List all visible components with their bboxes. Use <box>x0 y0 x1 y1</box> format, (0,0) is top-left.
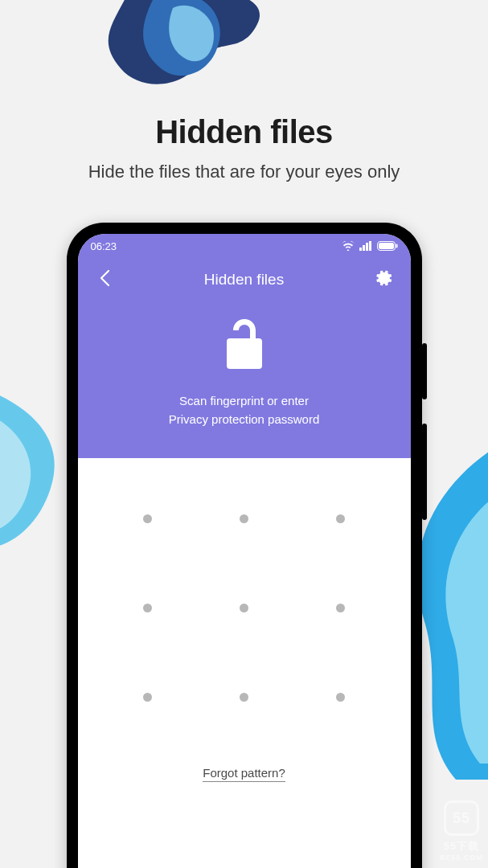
status-icons <box>342 241 398 251</box>
pattern-dot[interactable] <box>336 604 345 612</box>
instruction-line-2: Privacy protection password <box>169 412 320 426</box>
svg-rect-2 <box>366 243 368 251</box>
svg-rect-0 <box>359 248 362 251</box>
promo-subtitle: Hide the files that are for your eyes on… <box>0 162 488 182</box>
svg-rect-3 <box>369 241 371 251</box>
watermark-box: 55 <box>444 800 479 836</box>
pattern-dot[interactable] <box>240 604 248 612</box>
pattern-dot[interactable] <box>240 693 248 702</box>
signal-icon <box>359 241 372 251</box>
promo-title: Hidden files <box>0 114 488 150</box>
forgot-pattern-link[interactable]: Forgot pattern? <box>203 766 285 782</box>
screen-title: Hidden files <box>204 271 284 289</box>
back-button[interactable] <box>92 268 117 292</box>
promo-heading: Hidden files Hide the files that are for… <box>0 114 488 182</box>
chevron-left-icon <box>99 269 110 290</box>
svg-rect-6 <box>396 244 397 248</box>
app-header: Hidden files Scan fingerprint or <box>78 258 411 458</box>
watermark-line-1: 55下载 <box>440 839 483 854</box>
watermark-line-2: BE55.COM <box>440 854 483 862</box>
pattern-dot[interactable] <box>336 693 345 702</box>
pattern-dot[interactable] <box>336 514 345 523</box>
status-time: 06:23 <box>91 240 117 252</box>
pattern-dot[interactable] <box>143 514 152 523</box>
watermark: 55 55下载 BE55.COM <box>440 800 483 862</box>
lock-open-icon <box>222 316 267 375</box>
pattern-area: Forgot pattern? <box>78 458 411 869</box>
wifi-icon <box>342 241 355 251</box>
pattern-dot[interactable] <box>143 604 152 612</box>
phone-frame: 06:23 <box>67 223 422 868</box>
lock-prompt: Scan fingerprint or enter Privacy protec… <box>169 316 320 429</box>
ink-blot-top <box>96 0 273 104</box>
gear-icon <box>375 269 393 290</box>
pattern-grid[interactable] <box>140 514 349 702</box>
phone-screen: 06:23 <box>78 234 411 868</box>
svg-rect-5 <box>379 243 394 249</box>
pattern-dot[interactable] <box>143 693 152 702</box>
svg-rect-1 <box>363 245 365 251</box>
pattern-dot[interactable] <box>240 514 248 523</box>
settings-button[interactable] <box>372 268 396 292</box>
battery-icon <box>377 241 398 251</box>
status-bar: 06:23 <box>78 234 411 258</box>
instruction-line-1: Scan fingerprint or enter <box>179 394 309 407</box>
